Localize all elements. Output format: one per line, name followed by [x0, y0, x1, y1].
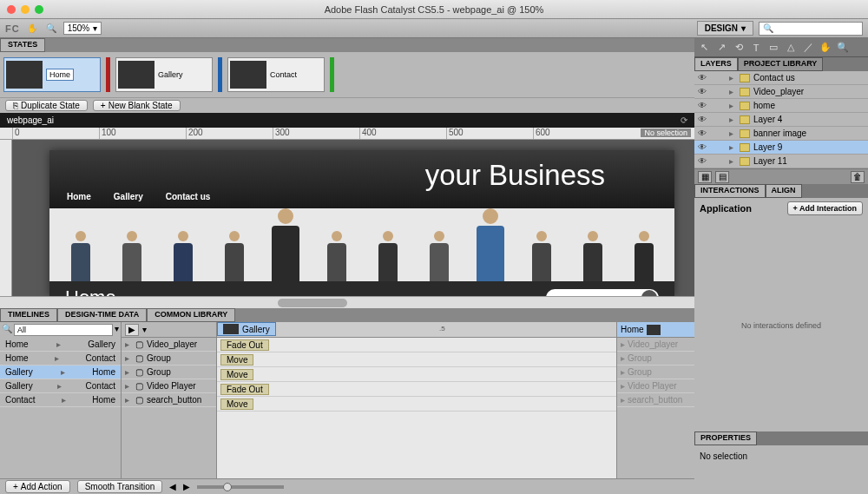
add-action-button[interactable]: +Add Action	[5, 480, 70, 493]
canvas-h-scrollbar[interactable]	[0, 296, 694, 308]
tab-layers[interactable]: LAYERS	[694, 57, 738, 71]
hand-tool-icon[interactable]: ✋	[819, 42, 832, 54]
timeline-track[interactable]: Fade Out	[217, 338, 616, 352]
disclosure-icon[interactable]: ▸	[125, 367, 132, 377]
duplicate-state-button[interactable]: ⎘Duplicate State	[5, 100, 88, 111]
timeline-zoom-slider[interactable]	[197, 485, 284, 489]
timeline-clip[interactable]: Move	[220, 369, 253, 380]
disclosure-icon[interactable]: ▸	[125, 339, 132, 349]
transitions-filter-input[interactable]	[14, 324, 113, 336]
visibility-toggle-icon[interactable]: 👁	[698, 87, 710, 96]
zoom-tool-icon[interactable]: 🔍	[837, 42, 849, 54]
timeline-track[interactable]: Fade Out	[217, 382, 616, 397]
timeline-clip[interactable]: Move	[220, 354, 253, 366]
to-state-chip[interactable]: Home	[617, 322, 694, 338]
disclosure-icon[interactable]: ▸	[729, 142, 736, 152]
new-blank-state-button[interactable]: +New Blank State	[93, 100, 181, 111]
trash-icon[interactable]: 🗑	[851, 171, 865, 183]
path-tool-icon[interactable]: △	[785, 42, 797, 54]
chevron-down-icon[interactable]: ▾	[142, 325, 147, 334]
state-card-gallery[interactable]: Gallery	[115, 57, 213, 92]
timeline-layer-row[interactable]: ▸▢search_button	[122, 393, 216, 407]
new-layer-icon[interactable]: ▦	[698, 171, 712, 183]
play-button[interactable]: ▶	[125, 324, 139, 336]
visibility-toggle-icon[interactable]: 👁	[698, 142, 710, 152]
line-tool-icon[interactable]: ／	[802, 42, 814, 54]
timeline-layer-row[interactable]: ▸▢Video Player	[122, 379, 216, 393]
timeline-layer-row[interactable]: ▸▢Video_player	[122, 338, 216, 352]
smooth-transition-button[interactable]: Smooth Transition	[77, 480, 163, 493]
timeline-layer-row[interactable]: ▸▢Group	[122, 352, 216, 366]
disclosure-icon[interactable]: ▸	[729, 115, 736, 124]
ruler-horizontal: 0100200300400500600 No selection	[0, 128, 694, 140]
from-state-chip[interactable]: Gallery	[217, 322, 276, 336]
layer-row[interactable]: 👁▸Layer 11	[694, 155, 868, 168]
visibility-toggle-icon[interactable]: 👁	[698, 101, 710, 110]
nav-gallery[interactable]: Gallery	[114, 192, 143, 201]
visibility-toggle-icon[interactable]: 👁	[698, 115, 710, 124]
layer-row[interactable]: 👁▸Contact us	[694, 71, 868, 85]
state-card-home[interactable]: Home	[3, 57, 101, 92]
help-search-input[interactable]: 🔍	[759, 22, 863, 36]
chevron-down-icon[interactable]: ▾	[115, 324, 119, 336]
layer-row[interactable]: 👁▸home	[694, 99, 868, 113]
layer-row[interactable]: 👁▸banner image	[694, 127, 868, 141]
tab-common-library[interactable]: COMMON LIBRARY	[147, 308, 235, 322]
timeline-clip[interactable]: Move	[220, 398, 253, 410]
tab-interactions[interactable]: INTERACTIONS	[694, 184, 766, 198]
state-card-contact[interactable]: Contact	[227, 57, 325, 92]
layer-row[interactable]: 👁▸Layer 4	[694, 113, 868, 127]
workspace-mode-button[interactable]: DESIGN▾	[697, 21, 753, 36]
add-interaction-button[interactable]: + Add Interaction	[787, 201, 863, 215]
transform-icon[interactable]: ⟲	[733, 42, 745, 54]
timeline-clip[interactable]: Fade Out	[220, 339, 269, 351]
disclosure-icon[interactable]: ▸	[125, 395, 132, 405]
timeline-track[interactable]: Move	[217, 367, 616, 382]
timeline-track[interactable]: Move	[217, 397, 616, 412]
timeline-clip[interactable]: Fade Out	[220, 384, 269, 395]
rect-tool-icon[interactable]: ▭	[767, 42, 779, 54]
disclosure-icon[interactable]: ▸	[729, 101, 736, 110]
tab-project-library[interactable]: PROJECT LIBRARY	[738, 57, 824, 71]
transition-row[interactable]: Gallery▸Contact	[0, 379, 121, 393]
disclosure-icon[interactable]: ▸	[729, 156, 736, 166]
visibility-toggle-icon[interactable]: 👁	[698, 73, 710, 82]
site-search-input[interactable]: ›	[546, 289, 659, 296]
refresh-icon[interactable]: ⟳	[681, 115, 687, 125]
layer-row[interactable]: 👁▸Video_player	[694, 85, 868, 99]
new-sublayer-icon[interactable]: ▤	[715, 171, 729, 183]
tab-timelines[interactable]: TIMELINES	[0, 308, 57, 322]
direct-select-icon[interactable]: ↗	[715, 42, 727, 54]
transition-row[interactable]: Gallery▸Home	[0, 366, 121, 379]
prev-frame-icon[interactable]: ◀	[169, 482, 176, 491]
state-label-input[interactable]: Home	[46, 69, 74, 81]
transition-row[interactable]: Contact▸Home	[0, 393, 121, 407]
transition-row[interactable]: Home▸Gallery	[0, 338, 121, 352]
zoom-tool-icon[interactable]: 🔍	[44, 22, 58, 36]
search-go-icon[interactable]: ›	[641, 290, 657, 296]
nav-contact[interactable]: Contact us	[166, 192, 211, 201]
artboard[interactable]: your Business Home Gallery Contact us	[49, 150, 674, 296]
visibility-toggle-icon[interactable]: 👁	[698, 156, 710, 166]
transition-row[interactable]: Home▸Contact	[0, 352, 121, 366]
next-frame-icon[interactable]: ▶	[183, 482, 190, 491]
hand-tool-icon[interactable]: ✋	[25, 22, 39, 36]
disclosure-icon[interactable]: ▸	[729, 73, 736, 82]
arrow-icon: ▸	[55, 353, 59, 363]
tab-align[interactable]: ALIGN	[766, 184, 802, 198]
tab-design-time-data[interactable]: DESIGN-TIME DATA	[57, 308, 147, 322]
layer-row[interactable]: 👁▸Layer 9	[694, 141, 868, 155]
tab-properties[interactable]: PROPERTIES	[694, 431, 757, 445]
disclosure-icon[interactable]: ▸	[729, 87, 736, 96]
visibility-toggle-icon[interactable]: 👁	[698, 128, 710, 138]
canvas-area[interactable]: your Business Home Gallery Contact us	[0, 140, 694, 296]
timeline-track[interactable]: Move	[217, 352, 616, 367]
disclosure-icon[interactable]: ▸	[125, 353, 132, 363]
select-tool-icon[interactable]: ↖	[698, 42, 710, 54]
disclosure-icon[interactable]: ▸	[125, 381, 132, 391]
timeline-layer-row[interactable]: ▸▢Group	[122, 366, 216, 379]
nav-home[interactable]: Home	[67, 192, 91, 201]
text-tool-icon[interactable]: T	[750, 42, 762, 54]
zoom-level-select[interactable]: 150%▾	[63, 22, 102, 35]
disclosure-icon[interactable]: ▸	[729, 128, 736, 138]
